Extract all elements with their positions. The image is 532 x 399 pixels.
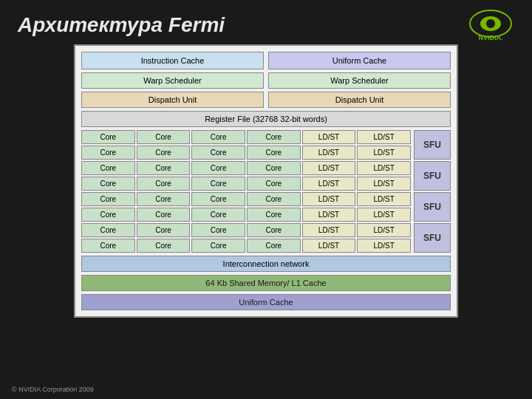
core-cell: Core [247, 177, 301, 191]
ldst-cell: LD/ST [357, 130, 411, 144]
core-cell: Core [247, 223, 301, 237]
core-cell: Core [191, 239, 245, 253]
table-row: CoreCoreCoreCoreLD/STLD/ST [81, 161, 411, 175]
core-cell: Core [81, 130, 135, 144]
ldst-cell: LD/ST [302, 177, 356, 191]
table-row: CoreCoreCoreCoreLD/STLD/ST [81, 192, 411, 206]
ldst-cell: LD/ST [357, 177, 411, 191]
table-row: CoreCoreCoreCoreLD/STLD/ST [81, 146, 411, 160]
core-cell: Core [191, 130, 245, 144]
core-cell: Core [247, 192, 301, 206]
cores-grid: CoreCoreCoreCoreLD/STLD/STCoreCoreCoreCo… [81, 130, 411, 253]
core-cell: Core [191, 146, 245, 160]
core-cell: Core [81, 177, 135, 191]
ldst-cell: LD/ST [302, 146, 356, 160]
warp-scheduler-row: Warp Scheduler Warp Scheduler [81, 72, 451, 89]
ldst-cell: LD/ST [357, 192, 411, 206]
core-cell: Core [137, 208, 191, 222]
ldst-cell: LD/ST [357, 223, 411, 237]
core-cell: Core [137, 161, 191, 175]
core-cell: Core [247, 208, 301, 222]
core-cell: Core [247, 130, 301, 144]
sfu-cell: SFU [414, 223, 451, 253]
dispatch-unit-left: Dispatch Unit [81, 92, 264, 108]
svg-point-3 [486, 19, 495, 28]
core-cell: Core [81, 161, 135, 175]
core-cell: Core [137, 192, 191, 206]
arch-diagram: Instruction Cache Uniform Cache Warp Sch… [74, 44, 458, 318]
ldst-cell: LD/ST [302, 161, 356, 175]
sfu-cell: SFU [414, 192, 451, 222]
core-cell: Core [137, 130, 191, 144]
shared-memory: 64 Kb Shared Memory/ L1 Cache [81, 275, 451, 291]
core-area: CoreCoreCoreCoreLD/STLD/STCoreCoreCoreCo… [81, 130, 451, 253]
core-cell: Core [137, 239, 191, 253]
top-row: Instruction Cache Uniform Cache [81, 52, 451, 69]
core-cell: Core [81, 146, 135, 160]
instruction-cache: Instruction Cache [81, 52, 264, 69]
ldst-cell: LD/ST [302, 192, 356, 206]
table-row: CoreCoreCoreCoreLD/STLD/ST [81, 130, 411, 144]
core-cell: Core [247, 239, 301, 253]
main-content: Instruction Cache Uniform Cache Warp Sch… [0, 44, 532, 318]
table-row: CoreCoreCoreCoreLD/STLD/ST [81, 223, 411, 237]
table-row: CoreCoreCoreCoreLD/STLD/ST [81, 208, 411, 222]
core-cell: Core [137, 223, 191, 237]
core-cell: Core [191, 161, 245, 175]
core-cell: Core [247, 161, 301, 175]
sfu-cell: SFU [414, 161, 451, 191]
uniform-cache-bottom: Uniform Cache [81, 294, 451, 310]
core-cell: Core [81, 239, 135, 253]
register-file: Register File (32768 32-bit words) [81, 111, 451, 127]
copyright: © NVIDIA Corporation 2009 [12, 386, 94, 393]
core-cell: Core [81, 208, 135, 222]
dispatch-unit-row: Dispatch Unit Dispatch Unit [81, 92, 451, 108]
warp-scheduler-left: Warp Scheduler [81, 72, 264, 89]
core-cell: Core [247, 146, 301, 160]
sfu-column: SFUSFUSFUSFU [414, 130, 451, 253]
ldst-cell: LD/ST [302, 130, 356, 144]
interconnect: Interconnection network [81, 256, 451, 272]
core-cell: Core [191, 192, 245, 206]
ldst-cell: LD/ST [357, 208, 411, 222]
uniform-cache-top: Uniform Cache [268, 52, 451, 69]
ldst-cell: LD/ST [302, 223, 356, 237]
page-title: Архитектура Fermi [0, 0, 532, 44]
dispatch-unit-right: Dispatch Unit [268, 92, 451, 108]
core-cell: Core [137, 177, 191, 191]
core-cell: Core [81, 192, 135, 206]
ldst-cell: LD/ST [357, 239, 411, 253]
sfu-cell: SFU [414, 130, 451, 160]
warp-scheduler-right: Warp Scheduler [268, 72, 451, 89]
ldst-cell: LD/ST [302, 239, 356, 253]
ldst-cell: LD/ST [357, 146, 411, 160]
ldst-cell: LD/ST [357, 161, 411, 175]
ldst-cell: LD/ST [302, 208, 356, 222]
core-cell: Core [81, 223, 135, 237]
core-cell: Core [191, 223, 245, 237]
core-cell: Core [191, 208, 245, 222]
core-cell: Core [137, 146, 191, 160]
core-cell: Core [191, 177, 245, 191]
svg-text:NVIDIA.: NVIDIA. [478, 34, 502, 41]
table-row: CoreCoreCoreCoreLD/STLD/ST [81, 177, 411, 191]
table-row: CoreCoreCoreCoreLD/STLD/ST [81, 239, 411, 253]
nvidia-logo: NVIDIA. [461, 7, 520, 47]
